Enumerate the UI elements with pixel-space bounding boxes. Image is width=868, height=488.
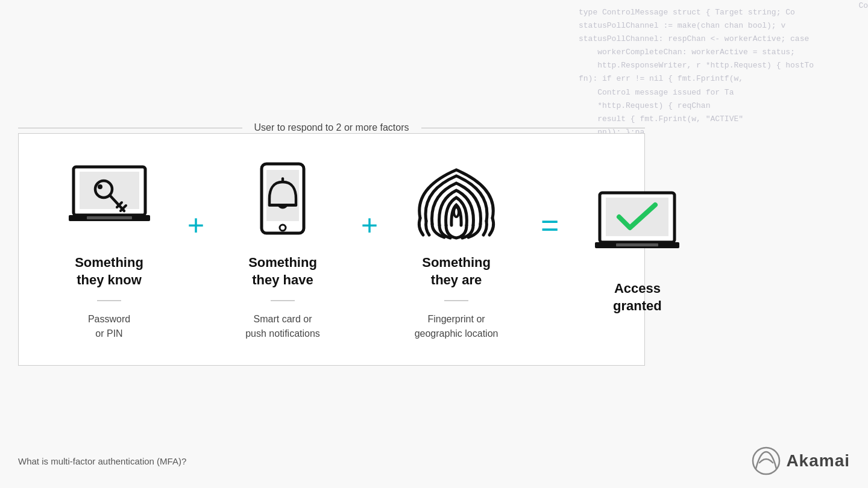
bottom-bar: What is multi-factor authentication (MFA… [18,446,850,476]
factor-have: Somethingthey have Smart card orpush not… [216,158,349,340]
equals-operator: = [541,207,559,243]
plus-operator-1: + [187,211,204,240]
svg-point-6 [98,184,102,189]
factor-know-divider [97,300,121,301]
main-content: User to respond to 2 or more factors [0,0,663,488]
factor-are-divider [444,300,468,301]
akamai-logo: Akamai [751,446,850,476]
svg-rect-16 [606,198,668,236]
factor-know-title: Somethingthey know [75,254,143,289]
factor-are-title: Somethingthey are [422,254,491,289]
laptop-check-icon [589,184,685,268]
result-title: Accessgranted [613,280,662,314]
mfa-box: Somethingthey know Passwordor PIN + [18,133,645,365]
phone-bell-icon [234,158,331,242]
result-access: Accessgranted [577,184,697,314]
bottom-label: What is multi-factor authentication (MFA… [18,456,186,466]
svg-rect-8 [87,216,132,219]
svg-point-14 [454,207,459,217]
akamai-logo-text: Akamai [786,451,850,471]
fingerprint-icon [408,158,505,242]
svg-rect-1 [80,172,139,209]
box-title: User to respond to 2 or more factors [242,122,421,133]
factor-have-subtitle: Smart card orpush notifications [245,312,320,341]
corner-text: Co [858,1,868,10]
factor-are-subtitle: Fingerprint orgeographic location [415,312,498,341]
plus-operator-2: + [361,211,378,240]
factor-are: Somethingthey are Fingerprint orgeograph… [390,158,523,340]
factor-have-divider [271,300,295,301]
factor-know: Somethingthey know Passwordor PIN [43,158,175,340]
factor-have-title: Somethingthey have [248,254,317,289]
akamai-logo-icon [751,446,781,476]
svg-rect-18 [616,243,658,246]
factor-know-subtitle: Passwordor PIN [88,312,130,341]
laptop-key-icon [61,158,157,242]
